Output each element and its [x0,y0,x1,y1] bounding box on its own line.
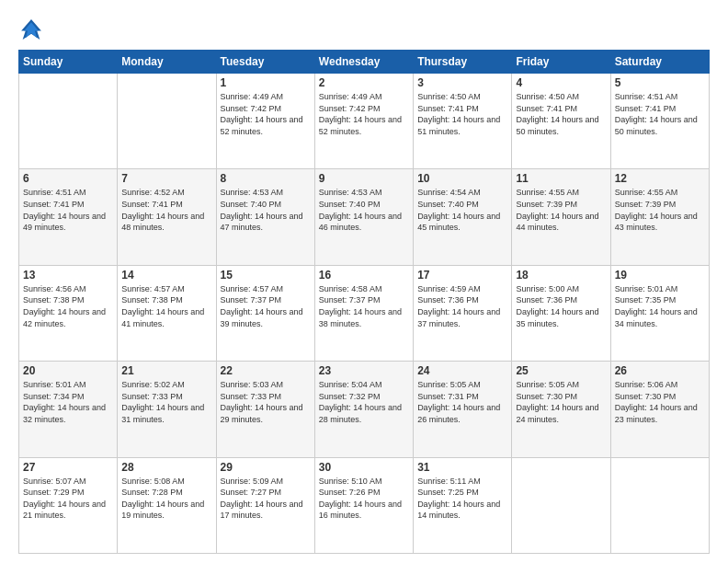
header [18,17,710,42]
day-info: Sunrise: 4:49 AMSunset: 7:42 PMDaylight:… [319,91,409,137]
day-number: 27 [23,461,113,474]
calendar-cell [610,457,709,553]
calendar-cell: 27Sunrise: 5:07 AMSunset: 7:29 PMDayligh… [19,457,118,553]
day-info: Sunrise: 5:00 AMSunset: 7:36 PMDaylight:… [516,283,606,329]
day-number: 1 [221,76,311,89]
day-info: Sunrise: 5:01 AMSunset: 7:35 PMDaylight:… [615,283,705,329]
day-info: Sunrise: 4:51 AMSunset: 7:41 PMDaylight:… [23,187,113,233]
day-number: 28 [121,461,211,474]
day-info: Sunrise: 5:04 AMSunset: 7:32 PMDaylight:… [319,379,409,425]
day-number: 5 [615,76,705,89]
calendar-cell: 12Sunrise: 4:55 AMSunset: 7:39 PMDayligh… [610,169,709,265]
day-info: Sunrise: 5:08 AMSunset: 7:28 PMDaylight:… [121,476,211,522]
day-info: Sunrise: 5:09 AMSunset: 7:27 PMDaylight:… [221,476,311,522]
day-number: 26 [615,364,705,377]
day-info: Sunrise: 5:02 AMSunset: 7:33 PMDaylight:… [121,379,211,425]
calendar-cell [19,74,118,169]
day-info: Sunrise: 5:10 AMSunset: 7:26 PMDaylight:… [319,476,409,522]
day-info: Sunrise: 5:11 AMSunset: 7:25 PMDaylight:… [417,476,507,522]
calendar-cell: 16Sunrise: 4:58 AMSunset: 7:37 PMDayligh… [314,265,413,361]
day-number: 4 [516,76,606,89]
svg-marker-1 [24,22,39,38]
calendar-cell: 11Sunrise: 4:55 AMSunset: 7:39 PMDayligh… [512,169,610,265]
calendar-cell: 30Sunrise: 5:10 AMSunset: 7:26 PMDayligh… [314,457,413,553]
day-info: Sunrise: 4:54 AMSunset: 7:40 PMDaylight:… [417,187,507,233]
calendar-cell: 29Sunrise: 5:09 AMSunset: 7:27 PMDayligh… [216,457,314,553]
calendar-table: SundayMondayTuesdayWednesdayThursdayFrid… [18,50,710,554]
day-info: Sunrise: 4:52 AMSunset: 7:41 PMDaylight:… [121,187,211,233]
calendar-cell: 1Sunrise: 4:49 AMSunset: 7:42 PMDaylight… [216,74,314,169]
calendar-cell: 24Sunrise: 5:05 AMSunset: 7:31 PMDayligh… [414,362,512,457]
day-info: Sunrise: 4:59 AMSunset: 7:36 PMDaylight:… [417,283,507,329]
calendar-cell: 20Sunrise: 5:01 AMSunset: 7:34 PMDayligh… [19,362,118,457]
day-number: 12 [615,172,705,185]
day-number: 7 [121,172,211,185]
day-info: Sunrise: 4:55 AMSunset: 7:39 PMDaylight:… [516,187,606,233]
calendar-cell: 13Sunrise: 4:56 AMSunset: 7:38 PMDayligh… [19,265,118,361]
day-info: Sunrise: 4:49 AMSunset: 7:42 PMDaylight:… [221,91,311,137]
calendar-week-row: 27Sunrise: 5:07 AMSunset: 7:29 PMDayligh… [19,457,710,553]
weekday-header: Friday [512,51,610,74]
day-number: 30 [319,461,409,474]
day-number: 22 [221,364,311,377]
calendar-page: SundayMondayTuesdayWednesdayThursdayFrid… [0,0,728,563]
day-info: Sunrise: 4:55 AMSunset: 7:39 PMDaylight:… [615,187,705,233]
day-info: Sunrise: 5:05 AMSunset: 7:30 PMDaylight:… [516,379,606,425]
day-info: Sunrise: 4:53 AMSunset: 7:40 PMDaylight:… [319,187,409,233]
calendar-week-row: 6Sunrise: 4:51 AMSunset: 7:41 PMDaylight… [19,169,710,265]
calendar-cell: 28Sunrise: 5:08 AMSunset: 7:28 PMDayligh… [118,457,216,553]
calendar-week-row: 20Sunrise: 5:01 AMSunset: 7:34 PMDayligh… [19,362,710,457]
logo [18,17,48,42]
day-number: 21 [121,364,211,377]
calendar-cell: 31Sunrise: 5:11 AMSunset: 7:25 PMDayligh… [414,457,512,553]
calendar-cell: 9Sunrise: 4:53 AMSunset: 7:40 PMDaylight… [314,169,413,265]
calendar-cell: 22Sunrise: 5:03 AMSunset: 7:33 PMDayligh… [216,362,314,457]
calendar-cell: 8Sunrise: 4:53 AMSunset: 7:40 PMDaylight… [216,169,314,265]
weekday-header: Monday [118,51,216,74]
day-number: 20 [23,364,113,377]
day-number: 8 [221,172,311,185]
day-number: 17 [417,269,507,282]
calendar-cell: 4Sunrise: 4:50 AMSunset: 7:41 PMDaylight… [512,74,610,169]
weekday-header: Wednesday [314,51,413,74]
day-info: Sunrise: 4:56 AMSunset: 7:38 PMDaylight:… [23,283,113,329]
calendar-cell: 25Sunrise: 5:05 AMSunset: 7:30 PMDayligh… [512,362,610,457]
day-info: Sunrise: 5:03 AMSunset: 7:33 PMDaylight:… [221,379,311,425]
day-number: 31 [417,461,507,474]
day-number: 29 [221,461,311,474]
day-number: 15 [221,269,311,282]
calendar-cell: 26Sunrise: 5:06 AMSunset: 7:30 PMDayligh… [610,362,709,457]
day-info: Sunrise: 5:05 AMSunset: 7:31 PMDaylight:… [417,379,507,425]
day-number: 19 [615,269,705,282]
day-info: Sunrise: 5:07 AMSunset: 7:29 PMDaylight:… [23,476,113,522]
calendar-cell: 6Sunrise: 4:51 AMSunset: 7:41 PMDaylight… [19,169,118,265]
day-number: 6 [23,172,113,185]
logo-icon [18,17,44,42]
day-info: Sunrise: 4:51 AMSunset: 7:41 PMDaylight:… [615,91,705,137]
day-number: 3 [417,76,507,89]
day-info: Sunrise: 4:58 AMSunset: 7:37 PMDaylight:… [319,283,409,329]
calendar-cell: 19Sunrise: 5:01 AMSunset: 7:35 PMDayligh… [610,265,709,361]
weekday-header: Tuesday [216,51,314,74]
weekday-header: Thursday [414,51,512,74]
day-info: Sunrise: 4:57 AMSunset: 7:38 PMDaylight:… [121,283,211,329]
calendar-cell: 17Sunrise: 4:59 AMSunset: 7:36 PMDayligh… [414,265,512,361]
day-info: Sunrise: 5:06 AMSunset: 7:30 PMDaylight:… [615,379,705,425]
day-number: 9 [319,172,409,185]
calendar-cell: 10Sunrise: 4:54 AMSunset: 7:40 PMDayligh… [414,169,512,265]
day-number: 13 [23,269,113,282]
day-number: 23 [319,364,409,377]
calendar-cell: 7Sunrise: 4:52 AMSunset: 7:41 PMDaylight… [118,169,216,265]
calendar-week-row: 13Sunrise: 4:56 AMSunset: 7:38 PMDayligh… [19,265,710,361]
calendar-cell [118,74,216,169]
weekday-header-row: SundayMondayTuesdayWednesdayThursdayFrid… [19,51,710,74]
calendar-cell: 21Sunrise: 5:02 AMSunset: 7:33 PMDayligh… [118,362,216,457]
calendar-cell: 15Sunrise: 4:57 AMSunset: 7:37 PMDayligh… [216,265,314,361]
calendar-cell: 5Sunrise: 4:51 AMSunset: 7:41 PMDaylight… [610,74,709,169]
calendar-cell: 14Sunrise: 4:57 AMSunset: 7:38 PMDayligh… [118,265,216,361]
calendar-cell: 2Sunrise: 4:49 AMSunset: 7:42 PMDaylight… [314,74,413,169]
calendar-cell: 23Sunrise: 5:04 AMSunset: 7:32 PMDayligh… [314,362,413,457]
day-number: 18 [516,269,606,282]
day-info: Sunrise: 4:53 AMSunset: 7:40 PMDaylight:… [221,187,311,233]
calendar-cell: 3Sunrise: 4:50 AMSunset: 7:41 PMDaylight… [414,74,512,169]
